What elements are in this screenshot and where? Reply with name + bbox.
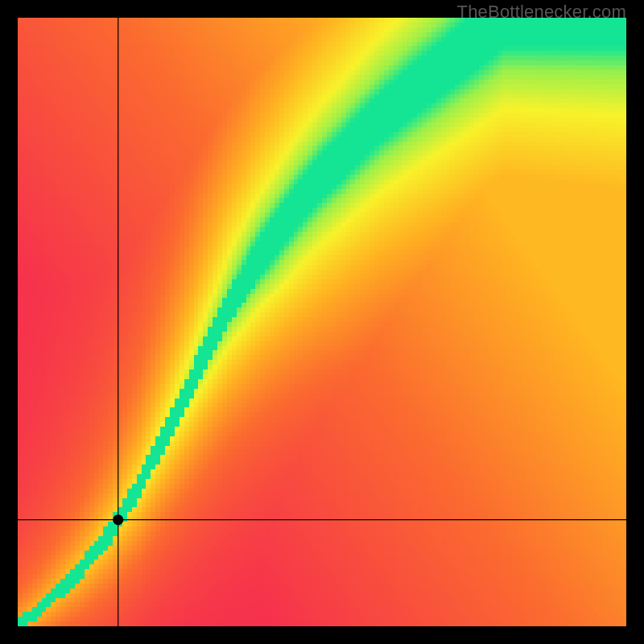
chart-container: TheBottlenecker.com <box>0 0 644 644</box>
overlay-canvas <box>18 18 626 626</box>
watermark-text: TheBottlenecker.com <box>457 2 626 23</box>
plot-area <box>18 18 626 626</box>
